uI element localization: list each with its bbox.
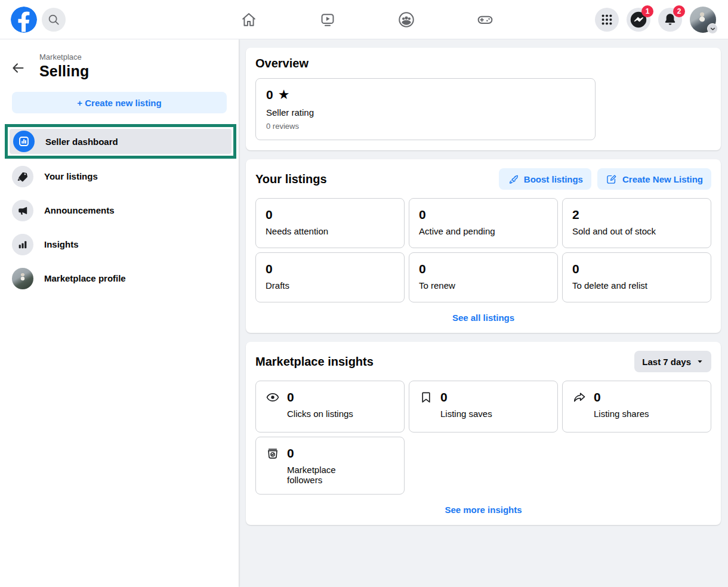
compose-icon — [606, 173, 618, 185]
insight-card-saves[interactable]: 0 Listing saves — [409, 381, 558, 432]
insight-value: 0 — [287, 390, 294, 404]
gaming-tab[interactable] — [476, 11, 494, 29]
messenger-button[interactable]: 1 — [627, 8, 650, 32]
home-icon — [240, 11, 257, 28]
stat-label: Needs attention — [266, 226, 394, 236]
watch-tab[interactable] — [319, 11, 337, 29]
breadcrumb: Marketplace — [39, 52, 89, 61]
stat-card-needs-attention[interactable]: 0 Needs attention — [255, 198, 405, 248]
sidebar: Marketplace Selling + Create new listing… — [0, 39, 239, 587]
highlight-annotation-box: Seller dashboard — [5, 124, 236, 159]
star-icon: ★ — [278, 88, 290, 101]
back-arrow-icon — [11, 61, 25, 75]
reviews-count: 0 reviews — [266, 122, 585, 131]
date-range-label: Last 7 days — [642, 357, 691, 367]
sidebar-item-announcements[interactable]: Announcements — [0, 193, 239, 227]
search-button[interactable] — [42, 8, 66, 32]
groups-icon — [397, 11, 415, 29]
overview-title: Overview — [255, 57, 711, 70]
stat-card-sold-out-of-stock[interactable]: 2 Sold and out of stock — [562, 198, 711, 248]
stat-value: 0 — [419, 262, 548, 276]
watch-video-icon — [319, 11, 336, 28]
chevron-down-icon — [707, 23, 718, 34]
date-range-dropdown[interactable]: Last 7 days — [634, 351, 711, 372]
stat-value: 0 — [572, 262, 701, 276]
seller-dashboard-icon — [13, 131, 35, 152]
insight-label: Listing shares — [594, 409, 701, 419]
sidebar-item-label: Marketplace profile — [44, 273, 126, 283]
insight-card-clicks[interactable]: 0 Clicks on listings — [255, 381, 405, 432]
search-icon — [47, 13, 60, 26]
boost-listings-label: Boost listings — [524, 174, 583, 184]
main-content: Overview 0 ★ Seller rating 0 reviews You… — [239, 39, 728, 587]
stat-value: 2 — [572, 208, 701, 222]
notifications-badge: 2 — [673, 5, 685, 17]
messenger-badge: 1 — [641, 5, 653, 17]
stat-label: To renew — [419, 280, 548, 291]
create-new-listing-button[interactable]: + Create new listing — [12, 92, 227, 113]
sidebar-item-label: Announcements — [44, 205, 115, 215]
followers-icon — [266, 446, 280, 461]
see-more-insights-link[interactable]: See more insights — [255, 505, 711, 515]
create-new-listing-button-main[interactable]: Create New Listing — [597, 168, 711, 190]
stat-label: Active and pending — [419, 226, 548, 236]
your-listings-title: Your listings — [255, 172, 493, 186]
bookmark-icon — [419, 390, 433, 404]
eye-icon — [266, 390, 280, 404]
sidebar-item-marketplace-profile[interactable]: Marketplace profile — [0, 261, 239, 295]
your-listings-section: Your listings Boost listings Create New … — [246, 159, 721, 333]
bar-chart-icon — [12, 234, 33, 255]
megaphone-icon — [12, 200, 33, 221]
sidebar-item-seller-dashboard[interactable]: Seller dashboard — [10, 129, 232, 154]
stat-card-to-renew[interactable]: 0 To renew — [409, 252, 558, 302]
stat-card-to-delete-relist[interactable]: 0 To delete and relist — [562, 252, 711, 302]
insight-value: 0 — [287, 446, 294, 461]
sidebar-item-label: Your listings — [44, 171, 98, 181]
stat-card-active-pending[interactable]: 0 Active and pending — [409, 198, 558, 248]
page-title: Selling — [39, 63, 89, 80]
sidebar-item-your-listings[interactable]: Your listings — [0, 159, 239, 193]
groups-tab[interactable] — [397, 11, 415, 29]
rocket-icon — [507, 173, 519, 185]
seller-rating-card[interactable]: 0 ★ Seller rating 0 reviews — [255, 78, 596, 140]
insights-title: Marketplace insights — [255, 355, 634, 369]
stat-label: Drafts — [266, 280, 394, 291]
stat-label: Sold and out of stock — [572, 226, 701, 236]
stat-card-drafts[interactable]: 0 Drafts — [255, 252, 405, 302]
top-navigation: 1 2 — [0, 0, 728, 39]
insight-card-followers[interactable]: 0 Marketplace followers — [255, 437, 405, 495]
facebook-logo[interactable] — [11, 7, 37, 33]
profile-avatar[interactable] — [690, 7, 716, 33]
marketplace-insights-section: Marketplace insights Last 7 days 0 Click… — [246, 342, 721, 525]
rating-label: Seller rating — [266, 107, 585, 118]
insight-label: Clicks on listings — [287, 409, 394, 419]
gaming-icon — [476, 11, 494, 29]
sidebar-item-insights[interactable]: Insights — [0, 227, 239, 261]
share-arrow-icon — [572, 390, 587, 404]
profile-photo-icon — [12, 268, 33, 289]
sidebar-item-label: Seller dashboard — [45, 137, 118, 147]
insight-label: Listing saves — [440, 409, 548, 419]
boost-listings-button[interactable]: Boost listings — [499, 168, 591, 190]
apps-grid-icon — [600, 13, 613, 26]
stat-value: 0 — [266, 208, 394, 222]
insight-value: 0 — [594, 390, 601, 404]
insight-card-shares[interactable]: 0 Listing shares — [562, 381, 711, 432]
apps-menu-button[interactable] — [595, 8, 619, 32]
see-all-listings-link[interactable]: See all listings — [255, 313, 711, 323]
tag-icon — [12, 166, 33, 187]
sidebar-menu: Seller dashboard Your listings Announcem… — [0, 124, 239, 295]
create-new-listing-label: Create New Listing — [622, 174, 703, 184]
sidebar-item-label: Insights — [44, 239, 79, 249]
rating-value: 0 — [266, 88, 273, 102]
back-button[interactable] — [11, 61, 25, 75]
stat-value: 0 — [266, 262, 394, 276]
dropdown-triangle-icon — [696, 358, 704, 365]
insight-label: Marketplace followers — [287, 465, 357, 485]
insight-value: 0 — [440, 390, 448, 404]
notifications-button[interactable]: 2 — [658, 8, 682, 32]
stat-label: To delete and relist — [572, 280, 701, 291]
overview-section: Overview 0 ★ Seller rating 0 reviews — [246, 48, 721, 150]
stat-value: 0 — [419, 208, 548, 222]
home-tab[interactable] — [240, 11, 258, 29]
